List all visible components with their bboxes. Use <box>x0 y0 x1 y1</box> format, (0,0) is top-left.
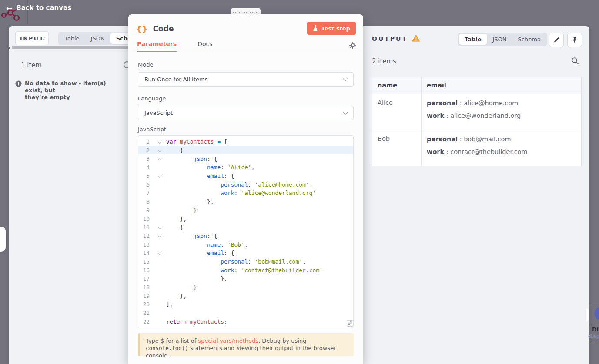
code-text: { <box>164 147 183 154</box>
code-line-15[interactable]: 15 personal: 'bob@mail.com', <box>138 257 353 266</box>
gutter <box>150 240 164 249</box>
code-line-1[interactable]: 1var myContacts = [ <box>138 137 353 146</box>
output-tab-table[interactable]: Table <box>459 34 487 45</box>
info-icon <box>15 80 22 87</box>
line-number: 10 <box>138 216 150 222</box>
side-widget-link[interactable]: dLega <box>588 334 599 339</box>
email-entry: personal : bob@mail.com <box>427 135 576 144</box>
hint-prefix: Type $ for a list of <box>146 337 198 344</box>
drag-dots-icon <box>239 12 240 13</box>
side-widget-divider <box>590 304 599 304</box>
panel-resize-handle[interactable] <box>0 227 6 252</box>
code-line-13[interactable]: 13 name: 'Bob', <box>138 240 353 249</box>
edit-output-button[interactable] <box>549 33 564 47</box>
back-to-canvas-button[interactable]: ← Back to canvas <box>6 4 71 12</box>
output-tab-json[interactable]: JSON <box>487 34 512 45</box>
line-number: 14 <box>138 250 150 256</box>
chevron-down-icon <box>343 110 348 114</box>
line-number: 21 <box>138 310 150 316</box>
code-line-11[interactable]: 11 { <box>138 223 353 232</box>
code-line-7[interactable]: 7 work: 'alice@wonderland.org' <box>138 189 353 197</box>
code-text: }, <box>164 198 214 205</box>
scroll-left-arrow-icon[interactable] <box>8 46 10 50</box>
gutter <box>150 300 164 309</box>
line-number: 12 <box>138 233 150 239</box>
line-number: 17 <box>138 275 150 282</box>
mode-select[interactable]: Run Once for All Items <box>138 72 354 87</box>
drag-dots-icon <box>256 12 257 13</box>
test-step-button[interactable]: Test step <box>307 22 356 35</box>
code-editor[interactable]: 1var myContacts = [2 {3 json: {4 name: '… <box>138 135 354 328</box>
input-items-count: 1 item <box>21 61 42 69</box>
code-editor-label: JavaScript <box>138 126 166 133</box>
code-line-16[interactable]: 16 work: 'contact@thebuilder.com' <box>138 266 353 274</box>
chevron-down-icon <box>343 76 348 81</box>
code-line-14[interactable]: 14 email: { <box>138 249 353 257</box>
side-widget-divider <box>590 325 599 325</box>
code-line-9[interactable]: 9 } <box>138 206 353 215</box>
line-number: 11 <box>138 224 150 230</box>
line-number: 2 <box>138 147 150 154</box>
fold-chevron-icon[interactable] <box>158 148 161 152</box>
modal-header-border <box>128 52 363 52</box>
code-line-10[interactable]: 10 }, <box>138 214 353 223</box>
pencil-icon <box>553 37 560 43</box>
code-line-6[interactable]: 6 personal: 'alice@home.com', <box>138 180 353 189</box>
input-horizontal-scrollbar[interactable] <box>12 46 128 49</box>
line-number: 9 <box>138 207 150 214</box>
node-title: Code <box>153 24 174 33</box>
editor-resize-handle[interactable] <box>347 320 353 327</box>
special-vars-link[interactable]: special vars/methods <box>198 337 258 344</box>
code-text: } <box>164 207 197 214</box>
search-icon[interactable] <box>571 57 579 65</box>
code-line-2[interactable]: 2 { <box>138 146 353 155</box>
cell-email: personal : alice@home.comwork : alice@wo… <box>422 94 582 130</box>
code-line-19[interactable]: 19 }, <box>138 291 353 300</box>
language-select[interactable]: JavaScript <box>138 106 354 120</box>
gutter <box>150 274 164 283</box>
fold-chevron-icon[interactable] <box>158 157 161 160</box>
input-panel-title: INPUT <box>20 35 44 42</box>
gutter <box>150 154 164 163</box>
fold-chevron-icon[interactable] <box>158 225 161 229</box>
code-text: }, <box>164 293 187 299</box>
language-value: JavaScript <box>144 110 173 116</box>
output-scrollbar-thumb[interactable] <box>586 309 589 321</box>
input-tab-json[interactable]: JSON <box>85 33 110 44</box>
code-text: json: { <box>164 233 217 239</box>
tab-parameters[interactable]: Parameters <box>137 40 177 52</box>
modal-tabs: ParametersDocs <box>137 40 356 52</box>
fold-chevron-icon[interactable] <box>158 174 161 177</box>
fold-chevron-icon[interactable] <box>158 234 161 237</box>
line-number: 19 <box>138 293 150 299</box>
code-line-17[interactable]: 17 }, <box>138 274 353 283</box>
code-line-12[interactable]: 12 json: { <box>138 232 353 240</box>
empty-message-line1: No data to show - item(s) exist, but <box>25 80 124 94</box>
pin-data-button[interactable] <box>567 33 582 47</box>
output-tab-schema[interactable]: Schema <box>512 34 546 45</box>
editor-hint-callout: Type $ for a list of special vars/method… <box>138 333 354 356</box>
code-line-20[interactable]: 20]; <box>138 300 353 309</box>
gear-icon[interactable] <box>349 41 357 49</box>
line-number: 5 <box>138 173 150 179</box>
code-line-3[interactable]: 3 json: { <box>138 154 353 163</box>
fold-chevron-icon[interactable] <box>158 140 161 144</box>
code-line-4[interactable]: 4 name: 'Alice', <box>138 163 353 172</box>
output-panel-title: OUTPUT <box>372 35 408 42</box>
code-text: { <box>164 224 183 230</box>
fold-chevron-icon[interactable] <box>158 251 161 255</box>
back-arrow-icon: ← <box>6 4 12 12</box>
input-source-select[interactable]: INPUT <box>15 31 49 45</box>
code-text: json: { <box>164 156 217 162</box>
test-step-label: Test step <box>321 25 350 32</box>
code-text: work: 'alice@wonderland.org' <box>164 190 316 196</box>
code-line-21[interactable]: 21 <box>138 309 353 317</box>
tab-docs[interactable]: Docs <box>197 40 212 51</box>
code-line-18[interactable]: 18 } <box>138 283 353 292</box>
code-line-22[interactable]: 22return myContacts; <box>138 317 353 326</box>
code-line-5[interactable]: 5 email: { <box>138 172 353 180</box>
code-text: personal: 'alice@home.com', <box>164 181 313 188</box>
input-tab-table[interactable]: Table <box>59 33 85 44</box>
code-line-8[interactable]: 8 }, <box>138 197 353 206</box>
gutter <box>150 232 164 240</box>
